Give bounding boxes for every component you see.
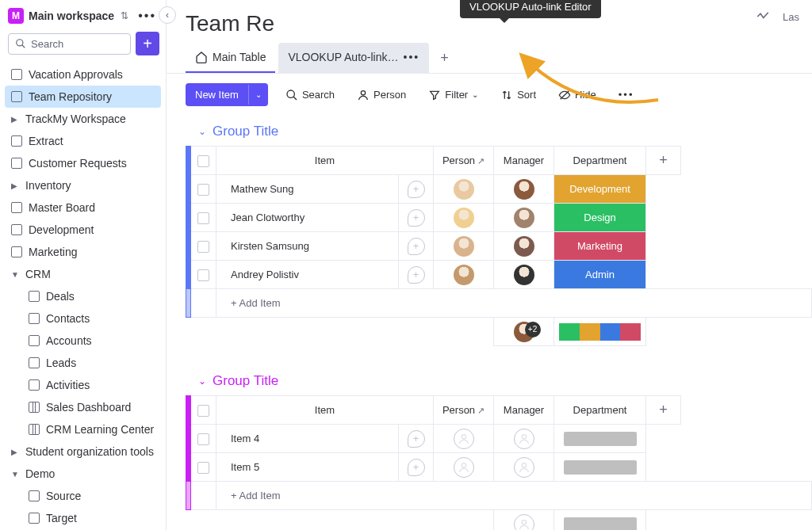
column-manager[interactable]: Manager [494,396,554,425]
row-checkbox[interactable] [197,433,209,445]
manager-cell[interactable] [494,261,554,289]
person-cell[interactable] [434,204,494,232]
tab-add-button[interactable]: + [432,45,457,71]
chat-icon[interactable]: + [408,430,425,448]
row-checkbox[interactable] [197,462,209,474]
manager-cell[interactable] [494,232,554,261]
department-cell[interactable]: Design [554,204,646,232]
person-cell[interactable] [434,425,494,453]
sidebar-item-master-board[interactable]: Master Board [5,196,161,219]
add-item-row[interactable]: + Add Item [186,289,812,318]
new-item-dropdown-icon[interactable]: ⌄ [248,85,268,105]
filter-button[interactable]: Filter ⌄ [423,85,483,105]
sidebar-item-trackmy-workspace[interactable]: ▶TrackMy Workspace [5,108,161,130]
sidebar-item-crm[interactable]: ▼CRM [5,263,161,285]
manager-cell[interactable] [494,204,554,232]
new-item-button[interactable]: New Item ⌄ [186,83,268,106]
group-header[interactable]: ⌄Group Title [186,367,812,395]
tab-main-table[interactable]: Main Table [186,43,275,73]
row-checkbox[interactable] [197,184,209,196]
sidebar-item-sales-dashboard[interactable]: Sales Dashboard [5,396,161,418]
column-person[interactable]: Person↗ [434,396,494,425]
sidebar-item-demo[interactable]: ▼Demo [5,463,161,485]
tab-vlookup[interactable]: VLOOKUP Auto-link… ••• [278,43,429,73]
table-row[interactable]: Andrey Polistiv+Admin [186,261,812,289]
chat-icon[interactable]: + [408,209,425,227]
row-checkbox[interactable] [197,241,209,253]
sidebar-item-leads[interactable]: Leads [5,352,161,374]
department-cell[interactable]: Development [554,175,646,204]
item-name[interactable]: Mathew Sung [216,175,399,204]
chat-icon[interactable]: + [408,238,425,255]
manager-cell[interactable] [494,175,554,204]
search-button[interactable]: Search [281,85,339,105]
chat-icon[interactable]: + [408,459,425,476]
table-row[interactable]: Jean Clotworthy+Design [186,204,812,232]
add-column-button[interactable]: + [646,396,681,425]
add-button[interactable]: + [136,32,159,55]
table-row[interactable]: Kirsten Samsung+Marketing [186,232,812,261]
person-cell[interactable] [434,232,494,261]
sidebar-item-contacts[interactable]: Contacts [5,307,161,330]
group-title[interactable]: Group Title [213,124,278,139]
sidebar-item-activities[interactable]: Activities [5,374,161,396]
toolbar-more-icon[interactable]: ••• [614,85,639,105]
workspace-switch-icon[interactable]: ⇅ [119,9,130,23]
sidebar-item-accounts[interactable]: Accounts [5,330,161,352]
manager-cell[interactable] [494,425,554,453]
select-all-checkbox[interactable] [197,405,209,417]
sidebar-item-target[interactable]: Target [5,507,161,529]
activity-icon[interactable] [756,10,770,24]
row-checkbox[interactable] [197,212,209,224]
workspace-header[interactable]: M Main workspace ⇅ ••• [0,0,166,30]
collapse-sidebar-icon[interactable]: ‹ [159,6,176,24]
sidebar-item-extract[interactable]: Extract [5,130,161,152]
sidebar-item-development[interactable]: Development [5,219,161,241]
tab-more-icon[interactable]: ••• [403,51,419,63]
column-manager[interactable]: Manager [494,147,554,175]
column-item[interactable]: Item [216,396,434,425]
sidebar-item-customer-requests[interactable]: Customer Requests [5,152,161,174]
department-cell[interactable] [554,453,646,482]
column-person[interactable]: Person↗ [434,147,494,175]
item-name[interactable]: Jean Clotworthy [216,204,399,232]
manager-cell[interactable] [494,453,554,482]
column-item[interactable]: Item [216,147,434,175]
select-all-checkbox[interactable] [197,155,209,167]
person-cell[interactable] [434,453,494,482]
item-name[interactable]: Item 5 [216,453,399,482]
sidebar-item-marketing[interactable]: Marketing [5,241,161,263]
table-row[interactable]: Item 4+ [186,425,812,453]
sidebar-item-source[interactable]: Source [5,485,161,507]
group-title[interactable]: Group Title [213,373,278,389]
add-column-button[interactable]: + [646,147,681,175]
sidebar-item-crm-learning-center[interactable]: CRM Learning Center [5,418,161,440]
add-item-row[interactable]: + Add Item [186,482,812,510]
sidebar-item-team-repository[interactable]: Team Repository [5,86,161,108]
hide-button[interactable]: Hide [553,85,601,105]
person-filter-button[interactable]: Person [352,85,411,105]
column-department[interactable]: Department [554,147,646,175]
department-cell[interactable]: Marketing [554,232,646,261]
chevron-down-icon[interactable]: ⌄ [198,126,206,137]
group-header[interactable]: ⌄Group Title [186,117,812,146]
item-name[interactable]: Andrey Polistiv [216,261,399,289]
column-department[interactable]: Department [554,396,646,425]
table-row[interactable]: Mathew Sung+Development [186,175,812,204]
item-name[interactable]: Kirsten Samsung [216,232,399,261]
search-input[interactable]: Search [8,33,131,55]
sort-button[interactable]: Sort [496,85,541,105]
sidebar-item-vacation-approvals[interactable]: Vacation Approvals [5,63,161,86]
table-row[interactable]: Item 5+ [186,453,812,482]
person-cell[interactable] [434,175,494,204]
workspace-more-icon[interactable]: ••• [135,9,159,23]
row-checkbox[interactable] [197,269,209,281]
chat-icon[interactable]: + [408,266,425,284]
item-name[interactable]: Item 4 [216,425,399,453]
sidebar-item-deals[interactable]: Deals [5,285,161,307]
sidebar-item-student-organization-tools[interactable]: ▶Student organization tools [5,440,161,463]
chevron-down-icon[interactable]: ⌄ [198,376,206,387]
department-cell[interactable] [554,425,646,453]
chat-icon[interactable]: + [408,181,425,198]
department-cell[interactable]: Admin [554,261,646,289]
